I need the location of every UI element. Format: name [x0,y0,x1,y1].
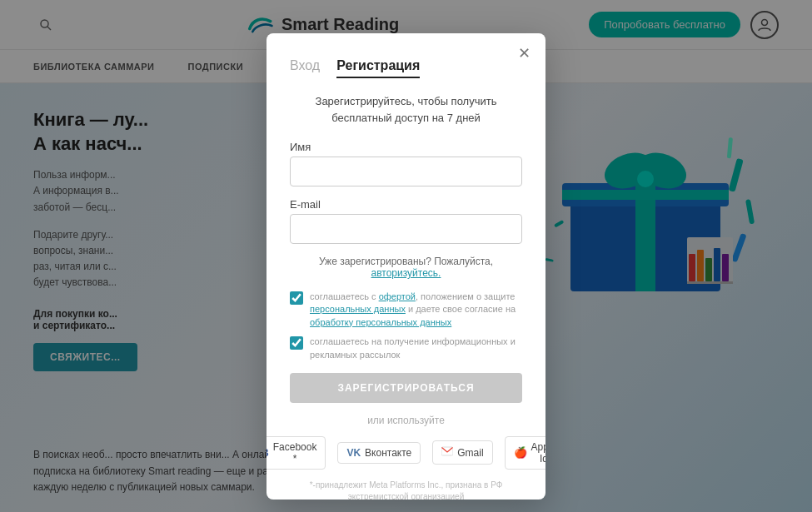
close-button[interactable]: ✕ [514,43,534,63]
vk-label: Вконтакте [365,447,411,459]
facebook-button[interactable]: FB Facebook * [267,436,326,470]
register-button[interactable]: ЗАРЕГИСТРИРОВАТЬСЯ [290,373,522,403]
gmail-label: Gmail [457,447,483,459]
tab-register[interactable]: Регистрация [336,58,420,78]
personal-data-link[interactable]: персональных данных [310,304,406,314]
modal-subtitle: Зарегистрируйтесь, чтобы получить беспла… [290,93,522,126]
name-label: Имя [290,141,522,153]
disclaimer-text: *-принадлежит Meta Platforms Inc., призн… [290,480,522,500]
consent-area: соглашаетесь с офертой, положением о защ… [290,291,522,361]
apple-button[interactable]: 🍎 Apple Id [505,436,545,470]
name-input[interactable] [290,157,522,186]
email-label: E-mail [290,198,522,211]
apple-icon: 🍎 [514,446,527,459]
tab-login[interactable]: Вход [290,58,320,78]
vk-icon: VK [346,447,361,459]
modal-overlay: ✕ Вход Регистрация Зарегистрируйтесь, чт… [0,0,812,512]
or-use-text: или используйте [290,415,522,426]
email-input[interactable] [290,214,522,244]
processing-link[interactable]: обработку персональных данных [310,317,451,327]
social-buttons: FB Facebook * VK Вконтакте Gmail 🍎 Apple… [290,436,522,470]
consent-text-2: соглашаетесь на получение информационных… [310,336,522,361]
facebook-label: Facebook * [273,441,317,465]
gmail-button[interactable]: Gmail [432,440,492,465]
facebook-icon: FB [267,447,269,459]
login-link[interactable]: авторизуйтесь. [371,267,441,279]
already-registered-text: Уже зарегистрированы? Пожалуйста, автори… [290,256,522,279]
vk-button[interactable]: VK Вконтакте [337,442,421,464]
offer-link[interactable]: офертой [379,291,416,301]
consent-row-1: соглашаетесь с офертой, положением о защ… [290,291,522,329]
apple-label: Apple Id [531,441,545,465]
modal-tabs: Вход Регистрация [290,58,522,78]
registration-modal: ✕ Вход Регистрация Зарегистрируйтесь, чт… [267,33,545,500]
gmail-icon [441,445,453,460]
consent-text-1: соглашаетесь с офертой, положением о защ… [310,291,522,329]
consent-checkbox-1[interactable] [290,291,303,305]
consent-row-2: соглашаетесь на получение информационных… [290,336,522,361]
consent-checkbox-2[interactable] [290,336,303,350]
